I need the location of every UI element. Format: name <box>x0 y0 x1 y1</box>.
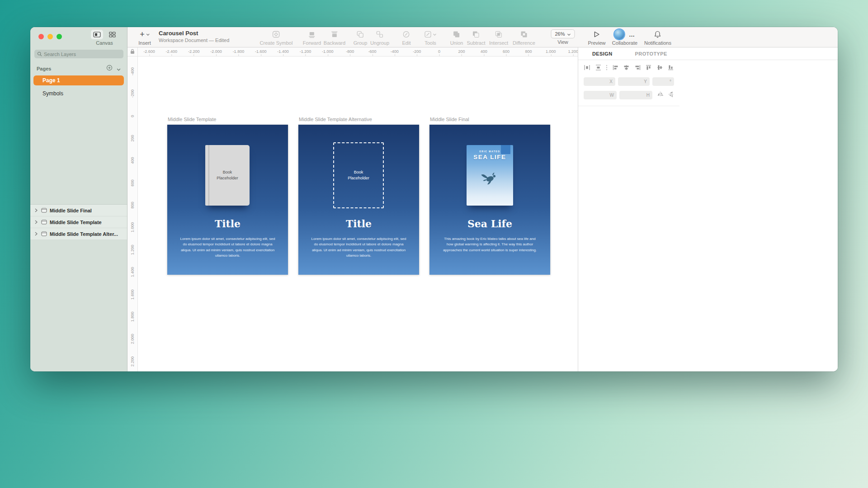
turtle-illustration <box>480 171 500 188</box>
boolean-subtract-icon <box>472 29 480 39</box>
grid-view-icon[interactable] <box>106 30 118 39</box>
minimize-button[interactable] <box>47 34 53 39</box>
ruler-number: -600 <box>368 49 376 54</box>
cover-bookmark-tab <box>501 145 510 154</box>
collaborate-button[interactable]: … Collaborate <box>612 29 637 46</box>
ruler-number: 200 <box>458 49 465 54</box>
ruler-number: 1.000 <box>130 222 135 233</box>
distribute-vertically-icon[interactable] <box>595 64 602 73</box>
artboard-middle-slide-final[interactable]: ERIC MATEO SEA LIFE Sea Life This amazin… <box>429 125 550 275</box>
backward-button[interactable]: Backward <box>324 29 345 46</box>
rotation-field[interactable]: ° <box>652 77 674 86</box>
ruler-number: 2.200 <box>130 356 135 366</box>
plus-icon: + <box>140 29 150 39</box>
width-field[interactable]: W <box>584 91 617 99</box>
window-controls <box>38 34 62 39</box>
slide-title-text[interactable]: Title <box>167 218 288 230</box>
flip-horizontal-icon[interactable] <box>657 91 664 99</box>
slide-title-text[interactable]: Sea Life <box>429 218 550 230</box>
group-button[interactable]: Group <box>354 29 368 46</box>
ungroup-icon <box>376 29 383 39</box>
y-position-field[interactable]: Y <box>618 77 650 86</box>
align-center-horizontal-icon[interactable] <box>623 64 630 73</box>
forward-button[interactable]: Forward <box>303 29 321 46</box>
intersect-button[interactable]: Intersect <box>489 29 508 46</box>
preview-button[interactable]: Preview <box>588 29 605 46</box>
notifications-button[interactable]: Notifications <box>644 29 671 46</box>
desktop-background: Canvas Pages <box>0 0 868 488</box>
ruler-number: -200 <box>413 49 421 54</box>
search-layers-field[interactable] <box>34 50 123 58</box>
flip-vertical-icon[interactable] <box>668 91 674 99</box>
artboard-title-middle-slide-template-alternative[interactable]: Middle Slide Template Alternative <box>299 117 372 122</box>
book-placeholder-object[interactable]: Book Placeholder <box>205 145 250 206</box>
inspector-controls: X Y ° W H <box>578 60 679 106</box>
insert-button[interactable]: + Insert <box>138 29 151 46</box>
layer-item-middle-slide-template[interactable]: Middle Slide Template <box>30 216 127 228</box>
x-position-field[interactable]: X <box>584 77 615 86</box>
collapse-pages-icon[interactable] <box>117 65 121 73</box>
artboard-middle-slide-template[interactable]: Book Placeholder Title Lorem ipsum dolor… <box>167 125 288 275</box>
more-options-icon[interactable] <box>606 64 608 73</box>
align-right-icon[interactable] <box>634 64 641 73</box>
tab-prototype[interactable]: PROTOTYPE <box>635 51 667 56</box>
align-left-icon[interactable] <box>612 64 619 73</box>
ruler-number: -1.000 <box>322 49 334 54</box>
page-item-page-1[interactable]: Page 1 <box>33 75 124 85</box>
align-top-icon[interactable] <box>645 64 652 73</box>
sea-life-book-cover[interactable]: ERIC MATEO SEA LIFE <box>467 145 513 206</box>
fullscreen-button[interactable] <box>57 34 62 39</box>
search-input[interactable] <box>44 52 121 57</box>
ruler-number: 1.600 <box>130 289 135 300</box>
zoom-control[interactable]: 26% View <box>551 29 575 45</box>
document-title-block: Carousel Post Workspace Document — Edite… <box>159 30 229 43</box>
height-field[interactable]: H <box>619 91 652 99</box>
ungroup-button[interactable]: Ungroup <box>370 29 389 46</box>
ruler-number: 1.000 <box>546 49 556 54</box>
page-item-symbols[interactable]: Symbols <box>33 89 124 99</box>
dashed-book-placeholder[interactable]: Book Placeholder <box>333 142 384 208</box>
slide-body-text[interactable]: Lorem ipsum dolor sit amet, consectetur … <box>310 236 408 259</box>
book-placeholder-text: Book <box>354 169 363 175</box>
artboard-middle-slide-template-alternative[interactable]: Book Placeholder Title Lorem ipsum dolor… <box>298 125 419 275</box>
artboard-layer-icon <box>41 206 47 215</box>
create-symbol-button[interactable]: Create Symbol <box>260 29 293 46</box>
artboard-title-middle-slide-final[interactable]: Middle Slide Final <box>430 117 469 122</box>
artboard-title-middle-slide-template[interactable]: Middle Slide Template <box>168 117 216 122</box>
layer-item-middle-slide-final[interactable]: Middle Slide Final <box>30 205 127 216</box>
close-button[interactable] <box>38 34 44 39</box>
move-backward-icon <box>331 29 338 39</box>
tab-design[interactable]: DESIGN <box>592 51 613 56</box>
overflow-menu-icon[interactable]: … <box>629 31 635 38</box>
slide-body-text[interactable]: Lorem ipsum dolor sit amet, consectetur … <box>179 236 277 259</box>
union-button[interactable]: Union <box>450 29 463 46</box>
zoom-dropdown[interactable]: 26% <box>551 29 575 38</box>
align-middle-vertical-icon[interactable] <box>656 64 663 73</box>
slide-title-text[interactable]: Title <box>298 218 419 230</box>
artboard-layer-icon <box>41 218 47 226</box>
edit-button[interactable]: Edit <box>402 29 411 46</box>
disclosure-chevron-icon[interactable] <box>35 232 38 236</box>
add-page-icon[interactable] <box>106 65 113 73</box>
disclosure-chevron-icon[interactable] <box>35 208 38 212</box>
slide-body-text[interactable]: This amazing book by Eric Mateo talks ab… <box>441 236 539 253</box>
ruler-number: -1.200 <box>300 49 311 54</box>
bell-icon <box>654 29 661 39</box>
tools-button[interactable]: Tools <box>425 29 437 46</box>
canvas-view-icon[interactable] <box>91 30 103 39</box>
ruler-number: -2.200 <box>188 49 200 54</box>
distribute-horizontally-icon[interactable] <box>584 64 590 73</box>
user-avatar[interactable] <box>614 29 624 39</box>
lock-icon[interactable] <box>130 48 135 56</box>
play-icon <box>594 29 600 39</box>
canvas-surface[interactable]: Middle Slide Template Book Placeholder T… <box>138 56 578 371</box>
move-forward-icon <box>308 29 316 39</box>
align-bottom-icon[interactable] <box>667 64 674 73</box>
difference-button[interactable]: Difference <box>513 29 535 46</box>
layer-item-middle-slide-template-alternative[interactable]: Middle Slide Template Alter... <box>30 228 127 240</box>
view-toggle-label: Canvas <box>86 40 123 46</box>
disclosure-chevron-icon[interactable] <box>35 220 38 224</box>
zoom-value: 26% <box>555 31 565 37</box>
ruler-number: -1.400 <box>277 49 289 54</box>
subtract-button[interactable]: Subtract <box>467 29 486 46</box>
